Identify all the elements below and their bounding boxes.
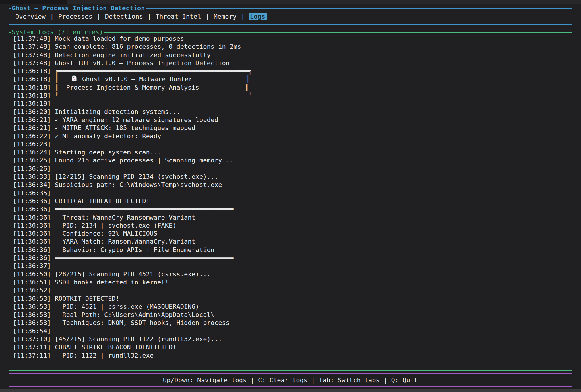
tab-separator: | [237, 13, 249, 20]
log-line: [11:36:36] Behavior: Crypto APIs + File … [13, 246, 569, 254]
tab-overview[interactable]: Overview [15, 13, 46, 20]
log-line: [11:37:48] Mock data loaded for demo pur… [13, 35, 569, 43]
log-line: [11:36:52] [13, 286, 569, 294]
tab-processes[interactable]: Processes [58, 13, 93, 20]
ghost-icon [70, 75, 78, 82]
tabs-panel: Ghost — Process Injection Detection Over… [9, 8, 572, 25]
terminal-screen: Ghost — Process Injection Detection Over… [0, 0, 581, 392]
log-line: [11:36:18] ║ Process Injection & Memory … [13, 84, 569, 92]
log-line: [11:36:36] ═════════════════════════════… [13, 205, 569, 213]
log-line: [11:36:18] ╚════════════════════════════… [13, 92, 569, 100]
log-line: [11:36:25] Found 215 active processes | … [13, 156, 569, 164]
log-line: [11:36:36] CRITICAL THREAT DETECTED! [13, 197, 569, 205]
tab-threat-intel[interactable]: Threat Intel [155, 13, 202, 20]
tab-memory[interactable]: Memory [213, 13, 237, 20]
log-line: [11:37:10] [45/215] Scanning PID 1122 (r… [13, 335, 569, 343]
log-line: [11:36:18] ╔════════════════════════════… [13, 67, 569, 75]
tab-bar: Overview | Processes | Detections | Thre… [15, 9, 569, 24]
tab-separator: | [144, 13, 155, 20]
log-line: [11:36:54] [13, 327, 569, 335]
log-line: [11:36:50] [28/215] Scanning PID 4521 (c… [13, 270, 569, 278]
log-line: [11:36:37] [13, 262, 569, 270]
log-line: [11:37:48] Ghost TUI v0.1.0 — Process In… [13, 59, 569, 67]
footer-panel: Up/Down: Navigate logs | C: Clear logs |… [9, 373, 572, 387]
tab-separator: | [202, 13, 213, 20]
log-line: [11:36:22] ✓ ML anomaly detector: Ready [13, 132, 569, 140]
log-line: [11:36:21] ✓ YARA engine: 12 malware sig… [13, 116, 569, 124]
log-line: [11:36:19] [13, 100, 569, 108]
log-line: [11:36:36] Threat: WannaCry Ransomware V… [13, 214, 569, 222]
log-line: [11:36:23] [13, 140, 569, 148]
log-line: [11:37:11] PID: 1122 | rundll32.exe [13, 352, 569, 360]
tab-separator: | [46, 13, 58, 20]
logs-panel[interactable]: System Logs (71 entries) [11:37:48] Mock… [9, 32, 572, 371]
log-line: [11:37:48] Scan complete: 816 processes,… [13, 43, 569, 51]
log-line: [11:36:53] ROOTKIT DETECTED! [13, 295, 569, 303]
log-line: [11:37:11] COBALT STRIKE BEACON IDENTIFI… [13, 343, 569, 351]
log-line: [11:36:36] PID: 2134 | svchost.exe (FAKE… [13, 222, 569, 230]
window-top-edge [0, 0, 581, 4]
keyboard-hints: Up/Down: Navigate logs | C: Clear logs |… [9, 374, 572, 386]
log-line: [11:36:51] SSDT hooks detected in kernel… [13, 278, 569, 286]
tab-separator: | [93, 13, 104, 20]
log-line: [11:36:34] Suspicious path: C:\Windows\T… [13, 181, 569, 189]
log-line: [11:36:18] ║ Ghost v0.1.0 — Malware Hunt… [13, 75, 569, 83]
log-line: [11:37:48] Detection engine initialized … [13, 51, 569, 59]
log-line: [11:36:36] YARA Match: Ransom.WannaCry.V… [13, 238, 569, 246]
log-line: [11:36:53] PID: 4521 | csrss.exe (MASQUE… [13, 303, 569, 311]
log-line: [11:36:24] Starting deep system scan... [13, 148, 569, 156]
tab-logs[interactable]: Logs [249, 13, 267, 20]
window-top-edge-left [0, 0, 67, 4]
log-line: [11:36:53] Real Path: C:\Users\Admin\App… [13, 311, 569, 319]
log-line: [11:36:35] [13, 189, 569, 197]
tab-detections[interactable]: Detections [104, 13, 144, 20]
log-line: [11:36:36] Confidence: 92% MALICIOUS [13, 230, 569, 238]
window-bottom-edge [0, 389, 581, 392]
log-line: [11:36:53] Techniques: DKOM, SSDT hooks,… [13, 319, 569, 327]
log-line: [11:36:20] Initializing detection system… [13, 108, 569, 116]
log-list: [11:37:48] Mock data loaded for demo pur… [13, 35, 569, 368]
log-line: [11:36:33] [12/215] Scanning PID 2134 (s… [13, 173, 569, 181]
log-line: [11:36:21] ✓ MITRE ATT&CK: 185 technique… [13, 124, 569, 132]
log-line: [11:36:26] [13, 165, 569, 173]
log-line: [11:36:36] ═════════════════════════════… [13, 254, 569, 262]
